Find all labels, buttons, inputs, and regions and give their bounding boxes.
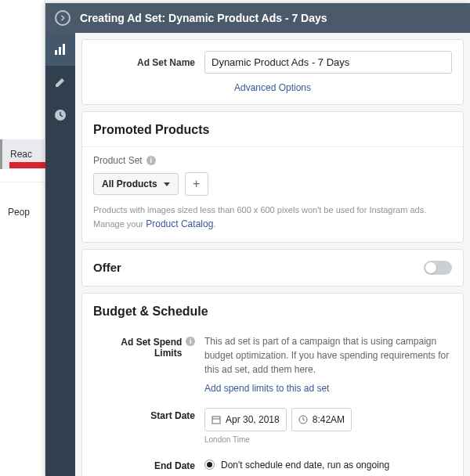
- radio-icon: [204, 460, 215, 470]
- promoted-products-card: Promoted Products Product Set i All Prod…: [81, 111, 464, 243]
- rail-edit-icon[interactable]: [45, 66, 75, 99]
- offer-card: Offer: [81, 249, 464, 287]
- start-time-picker[interactable]: 8:42AM: [291, 408, 352, 431]
- svg-rect-0: [55, 50, 57, 55]
- svg-rect-2: [63, 44, 65, 55]
- bg-tab-people[interactable]: Peop: [0, 197, 45, 227]
- calendar-icon: [212, 415, 221, 424]
- start-date-label: Start Date: [93, 408, 195, 445]
- budget-card: Budget & Schedule Ad Set Spend Limits i …: [81, 293, 464, 477]
- end-date-label: End Date: [93, 458, 195, 477]
- info-icon[interactable]: i: [186, 337, 195, 346]
- add-product-set-button[interactable]: +: [185, 172, 208, 196]
- adset-editor-panel: Creating Ad Set: Dynamic Product Ads - 7…: [45, 3, 470, 476]
- panel-title: Creating Ad Set: Dynamic Product Ads - 7…: [80, 12, 327, 24]
- spend-limits-body: This ad set is part of a campaign that i…: [204, 334, 452, 395]
- advanced-options-link[interactable]: Advanced Options: [234, 82, 311, 93]
- offer-title: Offer: [93, 261, 121, 274]
- svg-rect-4: [212, 416, 220, 424]
- promoted-products-title: Promoted Products: [82, 112, 463, 146]
- svg-rect-1: [59, 47, 61, 55]
- rail-performance-icon[interactable]: [45, 33, 75, 66]
- background-sidebar: Reac Peop: [0, 0, 45, 476]
- adset-name-input[interactable]: [204, 51, 452, 74]
- collapse-icon[interactable]: [55, 10, 70, 26]
- product-set-dropdown[interactable]: All Products: [93, 173, 179, 195]
- adset-name-card: Ad Set Name Advanced Options: [81, 39, 464, 105]
- end-option-ongoing[interactable]: Don't schedule end date, run as ongoing: [204, 458, 452, 472]
- timezone-label: London Time: [204, 434, 452, 445]
- budget-title: Budget & Schedule: [82, 294, 463, 328]
- panel-header: Creating Ad Set: Dynamic Product Ads - 7…: [45, 3, 470, 33]
- product-help-text: Products with images sized less than 600…: [93, 204, 452, 231]
- add-spend-limits-link[interactable]: Add spend limits to this ad set: [204, 381, 452, 395]
- icon-rail: [45, 33, 75, 476]
- product-catalog-link[interactable]: Product Catalog: [146, 218, 213, 229]
- adset-name-label: Ad Set Name: [93, 57, 195, 68]
- rail-history-icon[interactable]: [45, 99, 75, 132]
- product-set-label: Product Set i: [93, 155, 452, 166]
- bg-tab-reach[interactable]: Reac: [0, 139, 45, 169]
- chevron-down-icon: [164, 182, 170, 186]
- content-scroll: Ad Set Name Advanced Options Promoted Pr…: [75, 33, 470, 476]
- start-date-picker[interactable]: Apr 30, 2018: [204, 408, 287, 431]
- offer-toggle[interactable]: [424, 261, 452, 275]
- info-icon[interactable]: i: [146, 156, 156, 165]
- spend-limits-label: Ad Set Spend Limits i: [93, 334, 195, 395]
- clock-icon: [298, 415, 308, 424]
